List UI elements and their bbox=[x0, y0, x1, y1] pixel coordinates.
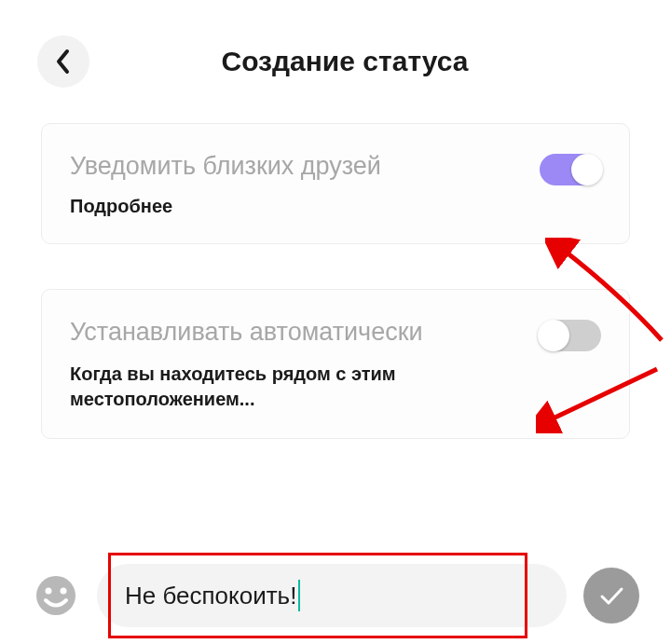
status-input-text: Не беспокоить! bbox=[125, 582, 296, 610]
svg-point-0 bbox=[36, 576, 75, 615]
auto-set-card: Устанавливать автоматически Когда вы нах… bbox=[41, 289, 630, 439]
auto-set-title: Устанавливать автоматически bbox=[70, 316, 525, 349]
notify-friends-card: Уведомить близких друзей Подробнее bbox=[41, 123, 630, 244]
smiley-icon bbox=[34, 574, 77, 617]
settings-cards: Уведомить близких друзей Подробнее Устан… bbox=[0, 123, 671, 439]
notify-friends-title: Уведомить близких друзей bbox=[70, 150, 381, 183]
page-title: Создание статуса bbox=[37, 46, 652, 77]
check-icon bbox=[596, 581, 626, 610]
auto-set-description: Когда вы находитесь рядом с этим местопо… bbox=[70, 362, 525, 412]
notify-friends-toggle[interactable] bbox=[540, 154, 601, 185]
auto-set-toggle[interactable] bbox=[540, 320, 601, 351]
text-cursor bbox=[298, 580, 300, 611]
status-input[interactable]: Не беспокоить! bbox=[97, 564, 567, 627]
emoji-button[interactable] bbox=[32, 571, 80, 620]
svg-point-2 bbox=[61, 588, 67, 595]
toggle-knob bbox=[538, 320, 569, 351]
toggle-knob bbox=[571, 154, 603, 185]
submit-button[interactable] bbox=[583, 568, 639, 623]
header: Создание статуса bbox=[0, 0, 671, 123]
notify-friends-more-link[interactable]: Подробнее bbox=[70, 196, 381, 217]
input-bar: Не беспокоить! bbox=[0, 556, 671, 644]
svg-point-1 bbox=[46, 588, 52, 595]
